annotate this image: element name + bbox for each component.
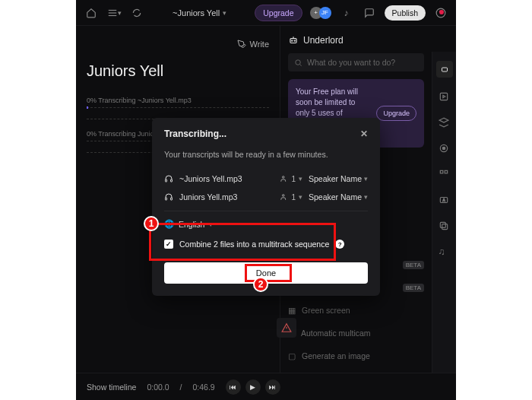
home-icon[interactable] <box>84 5 99 21</box>
beta-badge: BETA <box>403 284 424 292</box>
svg-rect-16 <box>445 170 448 173</box>
tool-item[interactable]: ▢ Generate an image <box>288 348 424 363</box>
rail-copy-icon[interactable] <box>439 221 451 233</box>
file-name: ~Juniors Yell.mp3 <box>179 174 274 183</box>
playhead-time: 0:00.0 <box>147 383 169 392</box>
music-icon[interactable]: ♪ <box>339 5 354 21</box>
underlord-search[interactable]: What do you want to do? <box>288 53 424 71</box>
help-icon[interactable] <box>433 5 448 21</box>
file-name: Juniors Yell.mp3 <box>179 192 274 202</box>
file-row: ~Juniors Yell.mp3 1 ▾ Speaker Name ▾ <box>164 170 368 188</box>
beta-badge: BETA <box>403 261 424 269</box>
svg-rect-10 <box>440 93 447 100</box>
svg-point-5 <box>292 40 293 41</box>
panel-title: Underlord <box>303 35 344 46</box>
side-rail: A ♫ <box>432 52 456 373</box>
modal-subtitle: Your transcripts will be ready in a few … <box>164 150 368 159</box>
rail-layers-icon[interactable] <box>439 117 451 129</box>
svg-point-7 <box>296 59 300 64</box>
playback-controls: ⏮ ▶ ⏭ <box>226 379 280 395</box>
search-icon <box>294 59 302 67</box>
file-row: Juniors Yell.mp3 1 ▾ Speaker Name ▾ <box>164 188 368 206</box>
svg-marker-11 <box>442 95 445 98</box>
robot-icon <box>288 35 299 46</box>
total-duration: 0:46.9 <box>193 383 215 392</box>
bottom-bar: Show timeline 0:00.0 / 0:46.9 ⏮ ▶ ⏭ <box>76 373 456 400</box>
rail-apps-icon[interactable] <box>439 169 451 181</box>
svg-point-14 <box>442 147 445 150</box>
comment-icon[interactable] <box>362 5 377 21</box>
search-placeholder: What do you want to do? <box>307 58 395 67</box>
close-icon[interactable]: ✕ <box>360 129 368 139</box>
speaker-name-dropdown[interactable]: Speaker Name ▾ <box>309 192 368 202</box>
tool-label: Generate an image <box>302 351 370 360</box>
pen-icon <box>237 40 246 49</box>
rail-underlord-icon[interactable] <box>436 61 453 78</box>
notification-dot <box>439 10 444 14</box>
svg-rect-15 <box>440 170 443 173</box>
skip-back-button[interactable]: ⏮ <box>226 379 241 395</box>
upgrade-button[interactable]: Upgrade <box>255 5 302 21</box>
people-icon <box>280 175 288 183</box>
svg-rect-23 <box>171 179 173 182</box>
image-icon: ▢ <box>288 351 296 360</box>
publish-button[interactable]: Publish <box>385 5 426 21</box>
rail-music-icon[interactable]: ♫ <box>439 246 451 259</box>
svg-point-27 <box>283 195 285 196</box>
svg-rect-26 <box>171 198 173 200</box>
document-title: Juniors Yell <box>87 62 269 80</box>
tool-label: Automatic multicam <box>301 329 371 338</box>
headphones-icon <box>164 174 173 183</box>
skip-forward-button[interactable]: ⏭ <box>265 379 280 395</box>
svg-text:A: A <box>442 198 445 202</box>
svg-rect-20 <box>440 222 445 227</box>
tool-item[interactable]: ▦ Green screen <box>288 303 424 318</box>
banner-upgrade-button[interactable]: Upgrade <box>376 106 416 122</box>
sync-icon[interactable] <box>129 5 144 21</box>
svg-rect-25 <box>166 198 167 200</box>
warning-button[interactable] <box>277 318 296 338</box>
write-button[interactable]: Write <box>237 40 269 49</box>
people-icon <box>280 193 288 201</box>
combine-checkbox[interactable]: ✓ <box>164 240 173 249</box>
speaker-count[interactable]: 1 ▾ <box>280 193 302 202</box>
combine-checkbox-row[interactable]: ✓ Combine 2 files into a multitrack sequ… <box>164 237 368 252</box>
annotation-marker: 2 <box>253 277 268 292</box>
play-button[interactable]: ▶ <box>245 379 261 395</box>
annotation-marker: 1 <box>144 216 159 231</box>
screen-icon: ▦ <box>288 306 296 315</box>
speaker-name-dropdown[interactable]: Speaker Name ▾ <box>309 174 368 183</box>
rail-caption-icon[interactable]: A <box>439 195 451 207</box>
warning-icon <box>281 322 292 333</box>
speaker-count[interactable]: 1 ▾ <box>280 175 302 183</box>
svg-marker-12 <box>439 118 448 122</box>
help-icon[interactable]: ? <box>335 240 344 249</box>
panel-title-row: Underlord <box>288 35 424 46</box>
language-label: English <box>179 220 204 229</box>
svg-line-8 <box>300 64 302 65</box>
modal-title: Transcribing... <box>164 129 226 139</box>
avatar[interactable]: JF <box>319 7 331 19</box>
tool-item[interactable]: ⊞ Automatic multicam <box>288 325 424 341</box>
language-dropdown[interactable]: 🌐 English ▾ <box>164 219 368 229</box>
combine-label: Combine 2 files into a multitrack sequen… <box>179 240 329 249</box>
globe-icon: 🌐 <box>164 219 174 229</box>
transcribing-modal: Transcribing... ✕ Your transcripts will … <box>152 118 380 296</box>
document-name: ~Juniors Yell <box>173 8 220 17</box>
svg-rect-9 <box>442 68 447 71</box>
headphones-icon <box>164 192 173 202</box>
svg-rect-19 <box>442 224 447 230</box>
progress-bar <box>87 107 269 108</box>
top-bar: ▾ ~Juniors Yell ▾ Upgrade + JF ♪ Publish <box>76 0 456 26</box>
transcription-row: 0% Transcribing ~Juniors Yell.mp3 <box>87 97 269 104</box>
document-dropdown[interactable]: ~Juniors Yell ▾ <box>173 8 226 17</box>
menu-icon[interactable]: ▾ <box>106 5 122 21</box>
svg-point-24 <box>283 176 285 179</box>
collaborators[interactable]: + JF <box>310 7 331 19</box>
rail-record-icon[interactable] <box>439 143 451 155</box>
show-timeline-button[interactable]: Show timeline <box>87 383 136 392</box>
tool-label: Green screen <box>302 306 350 315</box>
rail-media-icon[interactable] <box>439 91 451 103</box>
svg-point-6 <box>294 40 295 41</box>
write-label: Write <box>250 40 269 49</box>
